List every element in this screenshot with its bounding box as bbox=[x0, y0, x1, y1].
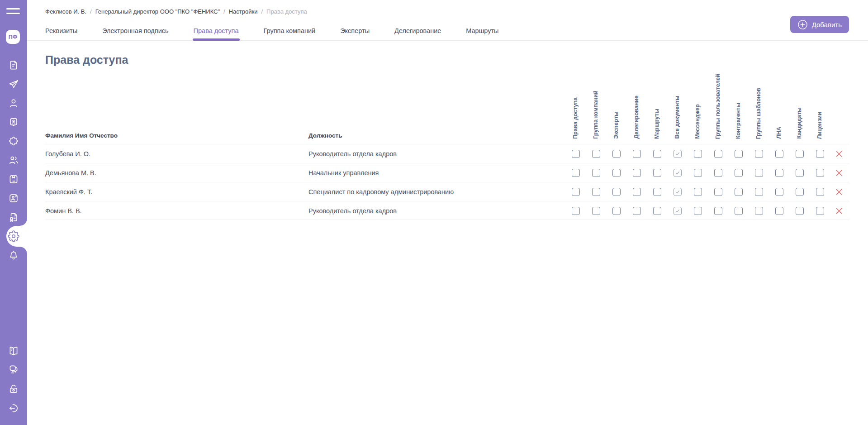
permission-checkbox-1[interactable] bbox=[572, 169, 580, 177]
permission-checkbox-3[interactable] bbox=[612, 188, 621, 196]
permission-checkbox-2[interactable] bbox=[592, 150, 600, 158]
permission-checkbox-11[interactable] bbox=[775, 169, 783, 177]
permission-checkbox-4[interactable] bbox=[633, 150, 641, 158]
permission-checkbox-3[interactable] bbox=[612, 150, 621, 158]
permission-checkbox-8[interactable] bbox=[714, 188, 722, 196]
permission-checkbox-8[interactable] bbox=[714, 150, 722, 158]
tab-6[interactable]: Делегирование bbox=[394, 20, 441, 41]
permission-checkbox-4[interactable] bbox=[633, 169, 641, 177]
permission-checkbox-5[interactable] bbox=[653, 169, 661, 177]
permission-checkbox-13[interactable] bbox=[816, 169, 824, 177]
sidebar-item-knowledge-base[interactable] bbox=[0, 341, 27, 360]
bell-icon bbox=[8, 249, 19, 261]
permission-checkbox-1[interactable] bbox=[572, 150, 580, 158]
column-header-position: Должность bbox=[308, 132, 342, 139]
permission-checkbox-12[interactable] bbox=[796, 169, 804, 177]
permission-checkbox-9[interactable] bbox=[735, 169, 743, 177]
permission-column-header-13: Лицензии bbox=[816, 112, 823, 139]
table-row-4: Фомин В. В.Руководитель отдела кадров bbox=[45, 201, 849, 220]
permission-checkbox-2[interactable] bbox=[592, 207, 600, 215]
breadcrumb-item-2[interactable]: Генеральный директор ООО "ПКО "ФЕНИКС" bbox=[95, 8, 220, 15]
delete-row-button[interactable] bbox=[835, 150, 843, 158]
delete-row-button[interactable] bbox=[835, 207, 843, 215]
tab-3[interactable]: Права доступа bbox=[194, 20, 239, 41]
sidebar-item-documents[interactable] bbox=[0, 56, 27, 75]
breadcrumb-item-3[interactable]: Настройки bbox=[229, 8, 258, 15]
archive-icon bbox=[8, 173, 19, 185]
permission-checkbox-2[interactable] bbox=[592, 188, 600, 196]
person-position: Руководитель отдела кадров bbox=[308, 201, 397, 220]
permission-checkbox-7[interactable] bbox=[694, 188, 702, 196]
tab-1[interactable]: Реквизиты bbox=[45, 20, 77, 41]
breadcrumb-separator: / bbox=[261, 8, 263, 15]
permission-checkbox-12[interactable] bbox=[796, 188, 804, 196]
permission-checkbox-7[interactable] bbox=[694, 169, 702, 177]
gear-icon bbox=[8, 230, 19, 242]
sidebar-item-logout[interactable] bbox=[0, 399, 27, 418]
breadcrumb-item-1[interactable]: Феклисов И. В. bbox=[45, 8, 86, 15]
permission-checkbox-1[interactable] bbox=[572, 207, 580, 215]
add-button[interactable]: Добавить bbox=[790, 16, 849, 33]
sidebar-item-profile[interactable] bbox=[0, 94, 27, 113]
permission-checkbox-11[interactable] bbox=[775, 207, 783, 215]
breadcrumb-item-4: Права доступа bbox=[266, 8, 307, 15]
permission-checkbox-10[interactable] bbox=[755, 169, 763, 177]
permission-checkbox-10[interactable] bbox=[755, 150, 763, 158]
permission-checkbox-5[interactable] bbox=[653, 150, 661, 158]
permission-checkbox-13[interactable] bbox=[816, 188, 824, 196]
check-icon bbox=[675, 208, 680, 214]
sidebar-item-security[interactable] bbox=[0, 379, 27, 398]
permission-checkbox-4[interactable] bbox=[633, 207, 641, 215]
person-position: Руководитель отдела кадров bbox=[308, 144, 397, 163]
permission-checkbox-8[interactable] bbox=[714, 169, 722, 177]
id-badge-icon bbox=[8, 116, 19, 128]
permission-checkbox-7[interactable] bbox=[694, 150, 702, 158]
permission-checkbox-11[interactable] bbox=[775, 150, 783, 158]
menu-icon[interactable] bbox=[6, 8, 20, 15]
permission-checkbox-9[interactable] bbox=[735, 207, 743, 215]
permission-column-header-11: ЛНА bbox=[776, 127, 782, 139]
tab-7[interactable]: Маршруты bbox=[466, 20, 498, 41]
permission-checkbox-8[interactable] bbox=[714, 207, 722, 215]
sidebar-item-candidates[interactable] bbox=[0, 189, 27, 208]
permission-checkbox-10[interactable] bbox=[755, 188, 763, 196]
tab-5[interactable]: Эксперты bbox=[340, 20, 370, 41]
permission-checkbox-6[interactable] bbox=[674, 169, 682, 177]
permission-checkbox-3[interactable] bbox=[612, 207, 621, 215]
sidebar-item-archive[interactable] bbox=[0, 170, 27, 189]
permission-checkbox-13[interactable] bbox=[816, 207, 824, 215]
person-position: Начальник управления bbox=[308, 163, 379, 182]
permission-checkbox-7[interactable] bbox=[694, 207, 702, 215]
permission-checkbox-12[interactable] bbox=[796, 207, 804, 215]
permission-checkbox-11[interactable] bbox=[775, 188, 783, 196]
permission-checkbox-1[interactable] bbox=[572, 188, 580, 196]
delete-row-button[interactable] bbox=[835, 169, 843, 177]
delete-row-button[interactable] bbox=[835, 188, 843, 196]
breadcrumb: Феклисов И. В./Генеральный директор ООО … bbox=[45, 8, 307, 15]
app-logo[interactable]: ПФ bbox=[6, 30, 20, 44]
permission-checkbox-9[interactable] bbox=[735, 150, 743, 158]
permission-checkbox-4[interactable] bbox=[633, 188, 641, 196]
permission-checkbox-10[interactable] bbox=[755, 207, 763, 215]
permission-checkbox-5[interactable] bbox=[653, 188, 661, 196]
tab-2[interactable]: Электронная подпись bbox=[102, 20, 169, 41]
permission-column-header-1: Права доступа bbox=[572, 97, 579, 139]
sidebar-item-integrations[interactable] bbox=[0, 132, 27, 151]
permission-checkbox-12[interactable] bbox=[796, 150, 804, 158]
permission-checkbox-3[interactable] bbox=[612, 169, 621, 177]
permission-checkbox-6[interactable] bbox=[674, 188, 682, 196]
sidebar-item-support[interactable] bbox=[0, 360, 27, 379]
sidebar-item-send[interactable] bbox=[0, 75, 27, 94]
sidebar-item-groups[interactable] bbox=[0, 151, 27, 170]
permission-checkbox-5[interactable] bbox=[653, 207, 661, 215]
permission-checkbox-2[interactable] bbox=[592, 169, 600, 177]
sidebar-item-settings[interactable] bbox=[0, 227, 27, 246]
person-name: Демьянова М. В. bbox=[45, 163, 96, 182]
permission-checkbox-6[interactable] bbox=[674, 150, 682, 158]
permission-checkbox-13[interactable] bbox=[816, 150, 824, 158]
tab-4[interactable]: Группа компаний bbox=[264, 20, 316, 41]
sidebar-item-employees[interactable] bbox=[0, 113, 27, 132]
permission-checkbox-9[interactable] bbox=[735, 188, 743, 196]
user-icon bbox=[8, 97, 19, 109]
permission-checkbox-6[interactable] bbox=[674, 207, 682, 215]
